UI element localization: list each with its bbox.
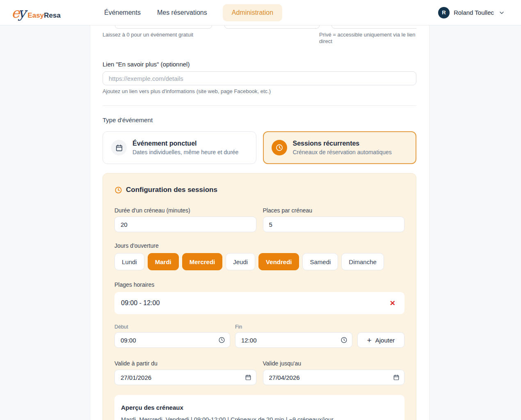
duration-capacity-row: Durée d'un créneau (minutes) Places par …: [114, 207, 404, 232]
day-toggle-dimanche[interactable]: Dimanche: [341, 253, 384, 270]
avatar: R: [438, 7, 450, 18]
duration-input[interactable]: [114, 217, 256, 232]
valid-until-input[interactable]: [263, 370, 405, 385]
valid-from-label: Valide à partir du: [114, 360, 256, 367]
start-time-input[interactable]: [114, 332, 230, 348]
event-type-option-ponctuel[interactable]: Événement ponctuel Dates individuelles, …: [103, 131, 256, 164]
plus-icon: +: [367, 336, 372, 344]
price-input-clipped[interactable]: [115, 25, 212, 29]
event-type-option-recurrent[interactable]: Sessions récurrentes Créneaux de réserva…: [263, 131, 417, 164]
private-hint: Privé = accessible uniquement via le lie…: [319, 32, 417, 45]
slots-preview-card: Aperçu des créneaux Mardi, Mercredi, Ven…: [114, 395, 404, 420]
price-hint: Laissez à 0 pour un événement gratuit: [103, 32, 193, 38]
validity-row: Valide à partir du Valide jusqu'au: [114, 360, 404, 385]
chevron-down-icon: [499, 10, 505, 16]
clock-icon: [272, 140, 287, 155]
panel-title: Configuration des sessions: [126, 186, 217, 194]
top-bar: ey EasyResa Événements Mes réservations …: [0, 0, 521, 25]
main-nav: Événements Mes réservations Administrati…: [103, 4, 282, 21]
event-type-label: Type d'événement: [103, 116, 416, 123]
user-menu[interactable]: R Roland Toullec: [438, 7, 505, 18]
brand-name: EasyResa: [27, 11, 60, 20]
time-range-value: 09:00 - 12:00: [121, 299, 160, 307]
end-time-label: Fin: [235, 324, 352, 330]
duration-label: Durée d'un créneau (minutes): [114, 207, 256, 214]
add-range-button[interactable]: + Ajouter: [357, 332, 404, 348]
capacity-input-clipped[interactable]: [224, 25, 320, 29]
link-field-label: Lien "En savoir plus" (optionnel): [103, 61, 416, 68]
hint-row: Laissez à 0 pour un événement gratuit Pr…: [103, 32, 416, 50]
nav-item-mes-reservations[interactable]: Mes réservations: [156, 4, 208, 21]
panel-header: Configuration des sessions: [114, 186, 404, 194]
time-range-item: 09:00 - 12:00 ✕: [114, 292, 404, 314]
day-toggle-samedi[interactable]: Samedi: [302, 253, 338, 270]
link-hint: Ajoutez un lien vers plus d'informations…: [103, 88, 416, 95]
option-title: Événement ponctuel: [133, 140, 238, 147]
section-divider: [103, 105, 416, 106]
day-toggle-jeudi[interactable]: Jeudi: [226, 253, 255, 270]
preview-title: Aperçu des créneaux: [121, 404, 398, 411]
day-toggle-mardi[interactable]: Mardi: [148, 253, 179, 270]
remove-range-button[interactable]: ✕: [388, 298, 397, 308]
logo-script-icon: ey: [11, 6, 26, 20]
option-subtitle: Dates individuelles, même heure et durée: [133, 149, 238, 155]
day-toggle-vendredi[interactable]: Vendredi: [258, 253, 299, 270]
preview-summary: Mardi, Mercredi, Vendredi | 09:00-12:00 …: [121, 416, 398, 420]
start-time-label: Début: [114, 324, 230, 330]
event-type-options: Événement ponctuel Dates individuelles, …: [103, 131, 416, 164]
capacity-input[interactable]: [263, 217, 405, 232]
add-range-row: Début Fin: [114, 324, 404, 348]
nav-item-administration[interactable]: Administration: [223, 4, 282, 21]
clock-icon: [114, 186, 122, 194]
day-toggle-lundi[interactable]: Lundi: [114, 253, 144, 270]
valid-until-label: Valide jusqu'au: [263, 360, 405, 367]
session-config-panel: Configuration des sessions Durée d'un cr…: [103, 173, 416, 420]
visibility-select-clipped[interactable]: [331, 25, 416, 29]
open-days-label: Jours d'ouverture: [114, 242, 404, 249]
nav-item-evenements[interactable]: Événements: [103, 4, 142, 21]
add-range-label: Ajouter: [375, 337, 395, 344]
user-name: Roland Toullec: [454, 9, 494, 16]
admin-event-form: Laissez à 0 pour un événement gratuit Pr…: [90, 25, 430, 420]
brand-logo[interactable]: ey EasyResa: [11, 6, 86, 20]
option-title: Sessions récurrentes: [293, 140, 392, 147]
time-ranges-label: Plages horaires: [114, 281, 404, 288]
option-subtitle: Créneaux de réservation automatiques: [293, 149, 392, 155]
valid-from-input[interactable]: [114, 370, 256, 385]
open-days-group: Lundi Mardi Mercredi Jeudi Vendredi Same…: [114, 253, 404, 270]
link-input[interactable]: [103, 71, 416, 85]
calendar-icon: [111, 140, 127, 155]
day-toggle-mercredi[interactable]: Mercredi: [182, 253, 223, 270]
clipped-form-row: [103, 25, 416, 29]
capacity-label: Places par créneau: [263, 207, 405, 214]
end-time-input[interactable]: [235, 332, 352, 348]
